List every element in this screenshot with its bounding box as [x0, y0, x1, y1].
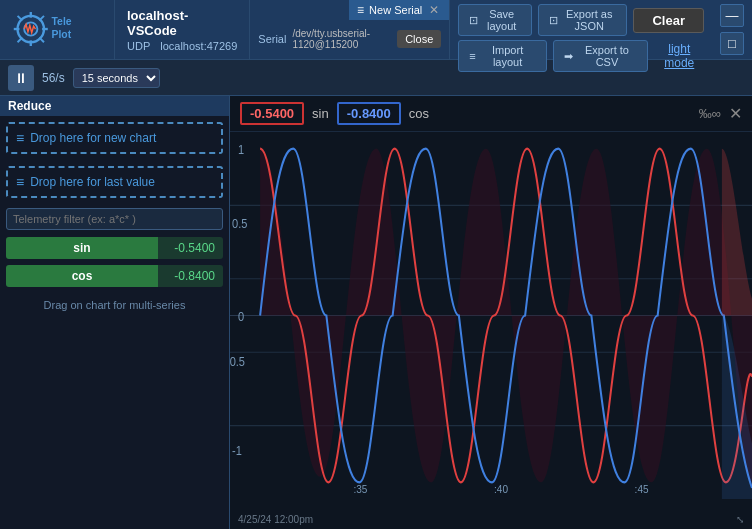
export-json-label: Export as JSON [562, 8, 616, 32]
chart-sin-label: sin [312, 106, 329, 121]
chart-cos-label: cos [409, 106, 429, 121]
header-actions-top: ⊡ Save layout ⊡ Export as JSON Clear [458, 4, 704, 36]
chart-area: -0.5400 sin -0.8400 cos ‰∞ ✕ 1 [230, 96, 752, 529]
close-chart-button[interactable]: ✕ [729, 104, 742, 123]
serial-path: /dev/tty.usbserial-1120@115200 [292, 28, 391, 50]
drag-hint: Drag on chart for multi-series [0, 290, 229, 321]
serial-section: ≡ New Serial ✕ Serial /dev/tty.usbserial… [250, 0, 450, 59]
svg-text:-1: -1 [232, 443, 242, 457]
svg-text:0: 0 [238, 310, 245, 324]
reduce-header: Reduce [0, 96, 229, 116]
new-serial-close-button[interactable]: ✕ [427, 3, 441, 17]
svg-text:Tele: Tele [52, 16, 72, 27]
svg-text::40: :40 [494, 483, 508, 496]
export-json-button[interactable]: ⊡ Export as JSON [538, 4, 627, 36]
new-serial-tab[interactable]: ≡ New Serial ✕ [349, 0, 449, 20]
clear-button[interactable]: Clear [633, 8, 704, 33]
header-actions-bottom: ≡ Import layout ➡ Export to CSV light mo… [458, 40, 704, 72]
header: Tele Plot localhost-VSCode UDP localhost… [0, 0, 752, 60]
drop-new-chart-label: Drop here for new chart [30, 131, 156, 145]
serial-label: Serial [258, 33, 286, 45]
serial-device-row: Serial /dev/tty.usbserial-1120@115200 Cl… [258, 18, 441, 59]
svg-text:Plot: Plot [52, 29, 72, 40]
window-minimize-button[interactable]: — [720, 4, 744, 27]
chart-cos-value: -0.8400 [337, 102, 401, 125]
speed-display: 56/s [42, 71, 65, 85]
chart-canvas[interactable]: 1 0.5 0 -0.5 -1 :35 :40 :45 [230, 132, 752, 499]
window-controls: — □ [712, 0, 752, 59]
chart-footer: 4/25/24 12:00pm ⤡ [230, 499, 752, 529]
chart-header: -0.5400 sin -0.8400 cos ‰∞ ✕ [230, 96, 752, 132]
drop-new-chart-zone[interactable]: ≡ Drop here for new chart [6, 122, 223, 154]
svg-text:0.5: 0.5 [232, 216, 247, 230]
hostname-label: localhost-VSCode [127, 8, 237, 38]
export-json-icon: ⊡ [549, 14, 558, 27]
window-maximize-button[interactable]: □ [720, 32, 744, 55]
telemetry-name-cos: cos [6, 265, 158, 287]
chart-date-label: 4/25/24 12:00pm [238, 514, 313, 525]
pause-button[interactable]: ⏸ [8, 65, 34, 91]
header-actions: ⊡ Save layout ⊡ Export as JSON Clear ≡ I… [450, 0, 712, 59]
svg-text::35: :35 [354, 483, 368, 496]
export-csv-label: Export to CSV [577, 44, 638, 68]
logo-section: Tele Plot [0, 0, 115, 59]
teleplot-logo: Tele Plot [10, 7, 95, 52]
main-content: Reduce ≡ Drop here for new chart ≡ Drop … [0, 96, 752, 529]
export-csv-button[interactable]: ➡ Export to CSV [553, 40, 649, 72]
save-layout-button[interactable]: ⊡ Save layout [458, 4, 532, 36]
import-layout-label: Import layout [480, 44, 536, 68]
pause-icon: ⏸ [14, 70, 28, 86]
telemetry-item-cos[interactable]: cos -0.8400 [6, 265, 223, 287]
udp-label: UDP [127, 40, 150, 52]
connection-info: localhost-VSCode UDP localhost:47269 [115, 0, 250, 59]
permille-button[interactable]: ‰∞ [699, 106, 721, 121]
udp-address: localhost:47269 [160, 40, 237, 52]
save-layout-label: Save layout [482, 8, 521, 32]
drop-last-value-label: Drop here for last value [30, 175, 155, 189]
sidebar: Reduce ≡ Drop here for new chart ≡ Drop … [0, 96, 230, 529]
import-layout-button[interactable]: ≡ Import layout [458, 40, 546, 72]
serial-close-button[interactable]: Close [397, 30, 441, 48]
time-window-select[interactable]: 15 seconds 5 seconds 10 seconds 30 secon… [73, 68, 160, 88]
export-csv-icon: ➡ [564, 50, 573, 63]
light-mode-button[interactable]: light mode [654, 42, 704, 70]
chart-sin-value: -0.5400 [240, 102, 304, 125]
telemetry-filter-input[interactable] [6, 208, 223, 230]
drop-last-value-zone[interactable]: ≡ Drop here for last value [6, 166, 223, 198]
svg-text:-0.5: -0.5 [230, 354, 245, 368]
telemetry-item-sin[interactable]: sin -0.5400 [6, 237, 223, 259]
telemetry-name-sin: sin [6, 237, 158, 259]
resize-handle[interactable]: ⤡ [736, 514, 744, 525]
chart-svg: 1 0.5 0 -0.5 -1 :35 :40 :45 [230, 132, 752, 499]
new-serial-label: New Serial [369, 4, 422, 16]
import-layout-icon: ≡ [469, 50, 475, 62]
drop-last-value-icon: ≡ [16, 174, 24, 190]
telemetry-value-sin: -0.5400 [158, 237, 223, 259]
hamburger-icon: ≡ [357, 3, 364, 17]
chart-tools: ‰∞ ✕ [699, 104, 742, 123]
telemetry-value-cos: -0.8400 [158, 265, 223, 287]
save-layout-icon: ⊡ [469, 14, 478, 27]
svg-text::45: :45 [635, 483, 649, 496]
drop-new-chart-icon: ≡ [16, 130, 24, 146]
svg-text:1: 1 [238, 143, 244, 157]
